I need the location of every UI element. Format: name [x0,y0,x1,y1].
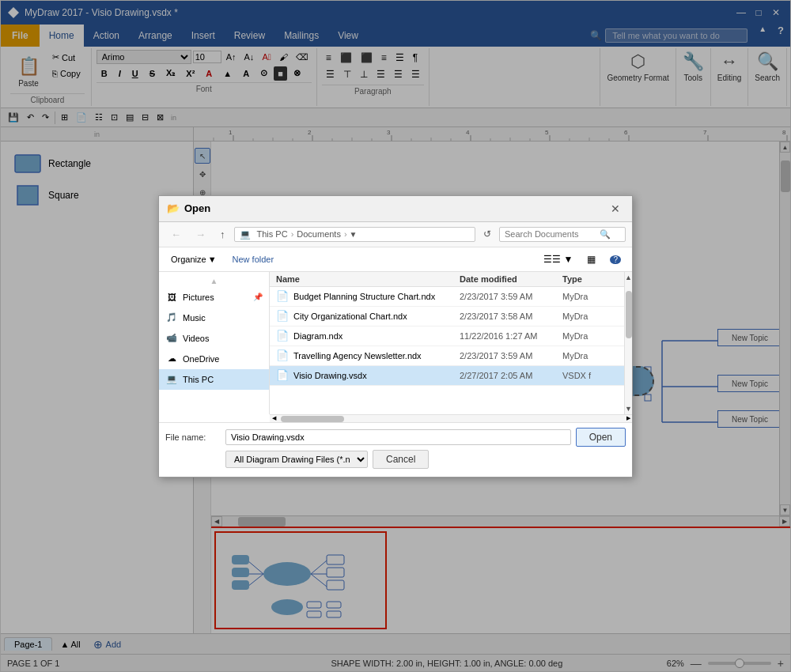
view-options-btn[interactable]: ☰☰ ▼ [539,251,577,268]
dialog-title-label: Open [184,202,210,214]
dialog-sidebar: ▲ 🖼 Pictures 📌 🎵 Music 📹 Videos [159,272,270,414]
dialog-nav-toolbar: ← → ↑ 💻 This PC › Documents › ▼ ↺ [159,222,632,247]
onedrive-icon: ☁ [165,353,178,365]
file-row-4[interactable]: 📄 Visio Drawing.vsdx 2/27/2017 2:05 AM V… [270,366,624,386]
file-list-scrollbar: ▲ ▼ [624,272,632,414]
file-row-0[interactable]: 📄 Budget Planning Structure Chart.ndx 2/… [270,287,624,307]
dialog-body: ▲ 🖼 Pictures 📌 🎵 Music 📹 Videos [159,272,632,414]
preview-btn[interactable]: ▦ [582,251,600,268]
videos-item[interactable]: 📹 Videos [159,328,269,349]
videos-label: Videos [183,334,209,343]
pictures-item[interactable]: 🖼 Pictures 📌 [159,287,269,308]
this-pc-label: This PC [183,375,214,384]
this-pc-path-btn[interactable]: This PC [254,229,291,239]
dialog-title-icon: 📂 [167,202,180,214]
pictures-icon: 🖼 [165,291,178,304]
dialog-search-input[interactable] [505,229,600,239]
file-date-3: 2/23/2017 3:59 AM [460,351,562,361]
documents-path-btn[interactable]: Documents [293,229,344,239]
file-hscroll-right[interactable]: ▶ [624,415,632,422]
organize-btn[interactable]: Organize ▼ [165,251,222,267]
file-icon-3: 📄 [276,349,289,362]
file-type-0: MyDra [562,292,618,301]
file-type-2: MyDra [562,331,618,341]
open-dialog: 📂 Open ✕ ← → ↑ 💻 This PC › Documents › [158,195,633,478]
file-name-row: File name: Open [165,428,626,447]
computer-icon: 💻 [240,229,251,240]
file-list: Name Date modified Type 📄 Budget Plannin… [270,272,624,414]
dialog-up-btn[interactable]: ↑ [214,225,231,244]
file-name-label: File name: [165,432,221,442]
file-name-1: City Organizational Chart.ndx [293,311,460,321]
onedrive-item[interactable]: ☁ OneDrive [159,349,269,369]
file-list-header: Name Date modified Type [270,272,624,287]
file-row-3[interactable]: 📄 Travelling Agency Newsletter.ndx 2/23/… [270,346,624,366]
new-folder-btn[interactable]: New folder [227,251,280,267]
sidebar-up-arrow: ▲ [210,277,218,285]
file-name-4: Visio Drawing.vsdx [293,371,460,380]
videos-icon: 📹 [165,332,178,345]
file-name-3: Travelling Agency Newsletter.ndx [293,351,460,361]
file-scroll-track [625,283,632,403]
file-hscroll-left[interactable]: ◀ [270,415,278,422]
file-name-input[interactable] [225,429,571,445]
file-scroll-up[interactable]: ▲ [623,272,634,283]
this-pc-item[interactable]: 💻 This PC [159,369,269,390]
file-date-4: 2/27/2017 2:05 AM [460,371,562,380]
music-item[interactable]: 🎵 Music [159,308,269,328]
sidebar-scroll-up: ▲ [159,275,269,287]
music-label: Music [183,313,206,323]
dialog-search-box: 🔍 [499,227,626,242]
file-row-2[interactable]: 📄 Diagram.ndx 11/22/2016 1:27 AM MyDra [270,327,624,346]
file-icon-2: 📄 [276,330,289,342]
file-name-0: Budget Planning Structure Chart.ndx [293,292,460,301]
file-scroll-thumb[interactable] [626,291,632,338]
name-col-header: Name [276,274,460,284]
file-date-2: 11/22/2016 1:27 AM [460,331,562,341]
file-date-0: 2/23/2017 3:59 AM [460,292,562,301]
dialog-overlay: 📂 Open ✕ ← → ↑ 💻 This PC › Documents › [1,1,790,671]
path-dropdown-btn[interactable]: ▼ [347,229,360,240]
file-row-1[interactable]: 📄 City Organizational Chart.ndx 2/23/201… [270,307,624,327]
file-icon-1: 📄 [276,310,289,323]
new-folder-label: New folder [233,255,274,264]
type-col-header: Type [562,274,618,284]
file-type-select[interactable]: All Diagram Drawing Files (*.nd [225,451,368,468]
file-type-3: MyDra [562,351,618,361]
help-dialog-icon: ? [610,255,621,264]
cancel-button[interactable]: Cancel [373,450,429,469]
dialog-footer: File name: Open All Diagram Drawing File… [159,422,632,477]
dialog-search-icon: 🔍 [600,229,611,240]
organize-label: Organize [171,255,206,264]
file-type-1: MyDra [562,311,618,321]
app-window: MyDraw 2017 - Visio Drawing.vsdx * — □ ✕… [0,0,791,672]
file-name-2: Diagram.ndx [293,331,460,341]
view-arrow: ▼ [564,254,573,265]
dialog-title-text: 📂 Open [167,202,210,214]
dialog-close-btn[interactable]: ✕ [607,201,624,217]
preview-icon: ▦ [587,254,596,265]
this-pc-icon: 💻 [165,373,178,386]
view-icon: ☰☰ [543,254,561,265]
pictures-pin: 📌 [253,293,263,301]
file-date-1: 2/23/2017 3:58 AM [460,311,562,321]
pictures-label: Pictures [183,293,214,302]
file-scroll-down[interactable]: ▼ [623,403,634,414]
file-hscroll-thumb[interactable] [281,416,344,422]
dialog-refresh-btn[interactable]: ↺ [479,225,496,243]
dialog-title-bar: 📂 Open ✕ [159,196,632,222]
dialog-actions-bar: Organize ▼ New folder ☰☰ ▼ ▦ ? [159,247,632,272]
dialog-forward-btn[interactable]: → [190,225,211,244]
help-dialog-btn[interactable]: ? [605,251,626,268]
file-icon-0: 📄 [276,290,289,303]
file-hscroll: ◀ ▶ [270,414,632,422]
file-type-4: VSDX f [562,371,618,380]
file-icon-4: 📄 [276,369,289,382]
file-hscroll-track [278,415,624,422]
music-icon: 🎵 [165,311,178,324]
dialog-path: 💻 This PC › Documents › ▼ [234,227,476,242]
organize-arrow: ▼ [208,255,217,264]
dialog-back-btn[interactable]: ← [165,225,187,244]
open-button[interactable]: Open [576,428,626,447]
onedrive-label: OneDrive [183,354,219,364]
